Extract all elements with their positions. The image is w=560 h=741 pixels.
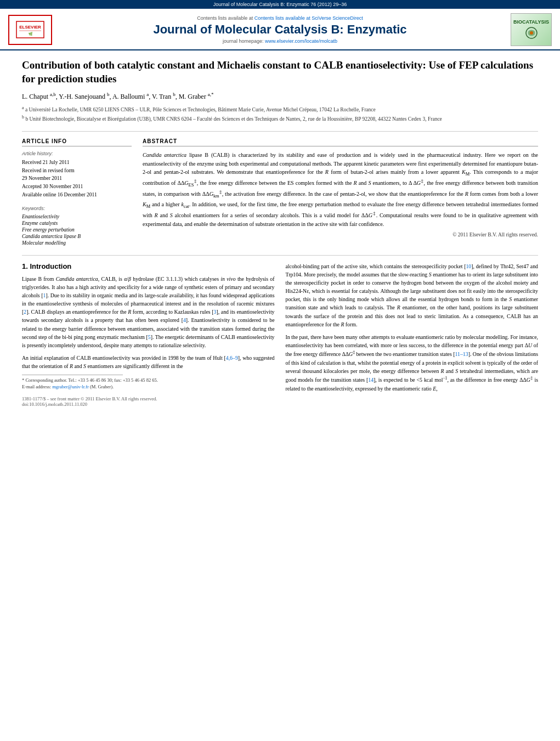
- header-center: Contents lists available at Contents lis…: [58, 13, 502, 46]
- ref-14-link[interactable]: 14: [368, 377, 374, 383]
- doi-line: doi:10.1016/j.molcatb.2011.11.020: [22, 401, 275, 407]
- ref-5-link[interactable]: 5: [148, 334, 151, 340]
- keyword-2: Enzyme catalysts: [22, 220, 132, 226]
- ref-1-link[interactable]: 1: [43, 292, 46, 298]
- article-info-column: ARTICLE INFO Article history: Received 2…: [22, 138, 132, 246]
- keyword-4: Candida antarctica lipase B: [22, 234, 132, 239]
- body-right-column: alcohol-binding part of the active site,…: [286, 262, 539, 408]
- keywords-block: Keywords: Enantioselectivity Enzyme cata…: [22, 206, 132, 246]
- intro-paragraph-1: Lipase B from Candida antarctica, CALB, …: [22, 275, 275, 350]
- journal-title: Journal of Molecular Catalysis B: Enzyma…: [153, 22, 406, 37]
- svg-point-5: [530, 31, 533, 35]
- ref-11-13-link[interactable]: 11–13: [455, 352, 468, 358]
- sciverse-text: Contents lists available at Contents lis…: [197, 15, 363, 21]
- keyword-1: Enantioselectivity: [22, 214, 132, 219]
- available-online-date: Available online 16 December 2011: [22, 191, 132, 199]
- sciverse-link[interactable]: Contents lists available at SciVerse Sci…: [254, 15, 363, 21]
- article-history: Article history: Received 21 July 2011 R…: [22, 151, 132, 199]
- svg-text:ELSEVIER: ELSEVIER: [19, 25, 41, 30]
- authors-line: L. Chaput a,b, Y.-H. Sanejouand b, A. Ba…: [22, 91, 538, 101]
- article-info-abstract: ARTICLE INFO Article history: Received 2…: [22, 138, 538, 246]
- homepage-link[interactable]: www.elsevier.com/locate/molcatb: [265, 38, 337, 44]
- ref-4-9-link[interactable]: 4,6–9: [226, 355, 238, 361]
- received-date: Received 21 July 2011: [22, 159, 132, 166]
- journal-citation: Journal of Molecular Catalysis B: Enzyma…: [213, 2, 347, 7]
- abstract-column: ABSTRACT Candida antarctica lipase B (CA…: [143, 138, 538, 246]
- right-paragraph-2: In the past, there have been many other …: [286, 333, 539, 393]
- affiliation-a: a a Université La Rochelle, UMR 6250 LIE…: [22, 105, 538, 114]
- journal-logo: BIOCATALYSIS: [502, 13, 552, 46]
- keyword-5: Molecular modelling: [22, 240, 132, 246]
- svg-text:🌿: 🌿: [29, 32, 33, 36]
- elsevier-logo: ELSEVIER 🌿: [8, 13, 58, 46]
- abstract-text: Candida antarctica lipase B (CALB) is ch…: [143, 151, 538, 229]
- ref-2-link[interactable]: 2: [24, 309, 26, 315]
- copyright-line: © 2011 Elsevier B.V. All rights reserved…: [143, 232, 538, 237]
- journal-header: ELSEVIER 🌿 Contents lists available at C…: [0, 9, 560, 50]
- ref-10-link[interactable]: 10: [466, 263, 471, 269]
- footnote-divider: [22, 375, 123, 375]
- affiliations: a a Université La Rochelle, UMR 6250 LIE…: [22, 105, 538, 123]
- ref-4-link[interactable]: 4: [183, 317, 186, 323]
- ref-3-link[interactable]: 3: [214, 309, 217, 315]
- email-link[interactable]: mgraber@univ-lr.fr: [52, 384, 89, 389]
- divider-1: [22, 131, 538, 132]
- issn-line: 1381-1177/$ – see front matter © 2011 El…: [22, 396, 275, 401]
- main-content: Contribution of both catalytic constant …: [0, 50, 560, 415]
- journal-homepage: journal homepage: www.elsevier.com/locat…: [223, 38, 337, 44]
- abstract-label: ABSTRACT: [143, 138, 538, 146]
- received-revised-date: Received in revised form 29 November 201…: [22, 167, 132, 182]
- divider-2: [22, 255, 538, 256]
- body-columns: 1. Introduction Lipase B from Candida an…: [22, 262, 538, 408]
- keywords-label: Keywords:: [22, 206, 132, 211]
- introduction-heading: 1. Introduction: [22, 262, 275, 270]
- intro-paragraph-2: An initial explanation of CALB enantiose…: [22, 354, 275, 370]
- right-paragraph-1: alcohol-binding part of the active site,…: [286, 262, 539, 329]
- affiliation-b: b b Unité Biotechnologie, Biocatalyse et…: [22, 114, 538, 123]
- footnote-corresponding: * Corresponding author. Tel.: +33 5 46 4…: [22, 377, 275, 384]
- keyword-3: Free energy perturbation: [22, 227, 132, 233]
- elsevier-logo-box: ELSEVIER 🌿: [8, 15, 52, 45]
- biocatalysis-logo: BIOCATALYSIS: [511, 13, 552, 46]
- authors-text: L. Chaput a,b, Y.-H. Sanejouand b, A. Ba…: [22, 93, 213, 100]
- article-info-label: ARTICLE INFO: [22, 138, 132, 146]
- article-title: Contribution of both catalytic constant …: [22, 59, 538, 86]
- journal-top-bar: Journal of Molecular Catalysis B: Enzyma…: [0, 0, 560, 9]
- history-label: Article history:: [22, 151, 132, 156]
- footnote-email: E-mail address: mgraber@univ-lr.fr (M. G…: [22, 384, 275, 391]
- accepted-date: Accepted 30 November 2011: [22, 183, 132, 190]
- body-left-column: 1. Introduction Lipase B from Candida an…: [22, 262, 275, 408]
